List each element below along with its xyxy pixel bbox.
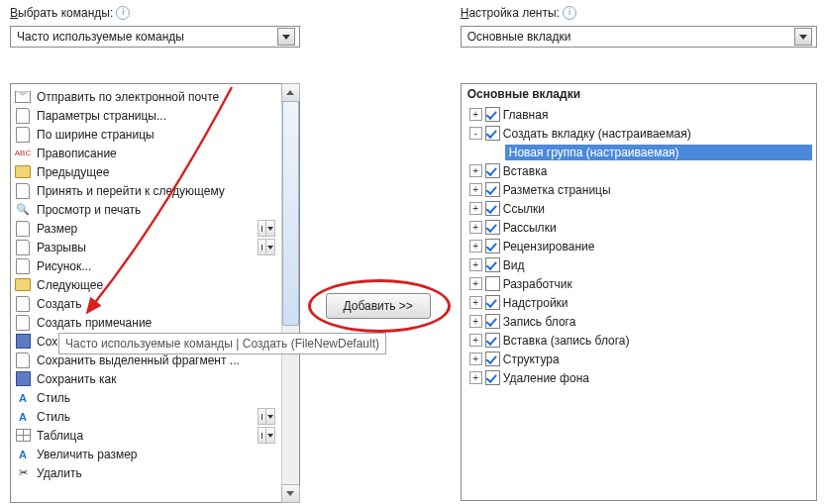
A-icon: A: [15, 390, 31, 406]
split-dropdown-icon[interactable]: I: [258, 220, 275, 237]
tree-item[interactable]: +Вид: [469, 255, 812, 274]
command-label: Увеличить размер: [37, 448, 138, 461]
command-item[interactable]: По ширине страницы: [11, 125, 281, 144]
tree-item[interactable]: +Запись блога: [469, 312, 812, 331]
tree-checkbox[interactable]: [485, 107, 500, 122]
command-item[interactable]: Сохранить как: [11, 369, 281, 388]
tree-item[interactable]: +Надстройки: [469, 293, 812, 312]
tree-checkbox[interactable]: [485, 239, 500, 253]
tree-item[interactable]: +Разработчик: [469, 274, 812, 293]
tree-item[interactable]: +Рецензирование: [469, 237, 812, 255]
expander-icon[interactable]: +: [469, 164, 482, 177]
del-icon: ✂: [15, 465, 31, 481]
expander-icon[interactable]: +: [469, 296, 482, 309]
expander-icon[interactable]: +: [469, 315, 482, 328]
command-item[interactable]: ✂Удалить: [11, 463, 281, 482]
expander-icon[interactable]: +: [469, 353, 482, 365]
tree-checkbox[interactable]: [485, 314, 500, 329]
tree-checkbox[interactable]: [485, 295, 500, 310]
command-item[interactable]: ABCПравописание: [11, 144, 281, 162]
tree-item-label: Вставка (запись блога): [503, 334, 630, 348]
command-item[interactable]: Рисунок...: [11, 256, 281, 275]
command-item[interactable]: Следующее: [11, 275, 281, 294]
tree-checkbox[interactable]: [485, 163, 500, 178]
fold-icon: [15, 277, 31, 293]
expander-icon[interactable]: +: [469, 221, 482, 234]
split-dropdown-icon[interactable]: I: [258, 408, 275, 425]
tree-item[interactable]: +Ссылки: [469, 199, 812, 218]
split-dropdown-icon[interactable]: I: [258, 427, 275, 444]
commands-listbox[interactable]: Отправить по электронной почтеПараметры …: [10, 83, 300, 503]
tree-checkbox[interactable]: [485, 333, 500, 348]
tree-checkbox[interactable]: [485, 126, 500, 141]
chevron-down-icon[interactable]: [277, 28, 295, 46]
scroll-thumb[interactable]: [282, 101, 299, 326]
tree-item[interactable]: Новая группа (настраиваемая): [505, 143, 812, 161]
tooltip: Часто используемые команды | Создать (Fi…: [58, 333, 386, 354]
command-item[interactable]: Создать примечание: [11, 313, 281, 332]
tree-item-label: Вид: [503, 258, 525, 272]
command-label: Удалить: [37, 466, 82, 480]
command-item[interactable]: Отправить по электронной почте: [11, 87, 281, 106]
expander-icon[interactable]: +: [469, 371, 482, 384]
scroll-up-button[interactable]: [281, 83, 300, 102]
tree-checkbox[interactable]: [485, 276, 500, 291]
mail-icon: [15, 89, 31, 105]
command-item[interactable]: AСтиль: [11, 388, 281, 407]
expander-icon[interactable]: +: [469, 277, 482, 290]
customize-ribbon-combo[interactable]: Основные вкладки: [461, 26, 817, 48]
tree-checkbox[interactable]: [485, 352, 500, 366]
chevron-down-icon[interactable]: [794, 28, 812, 46]
scrollbar[interactable]: [281, 84, 299, 502]
command-item[interactable]: AСтильI: [11, 407, 281, 426]
tree-checkbox[interactable]: [485, 182, 500, 197]
command-label: По ширине страницы: [37, 128, 155, 142]
tree-checkbox[interactable]: [485, 220, 500, 235]
command-item[interactable]: РазрывыI: [11, 238, 281, 256]
command-label: Сохранить выделенный фрагмент ...: [37, 353, 240, 367]
expander-icon[interactable]: +: [469, 202, 482, 215]
tree-checkbox[interactable]: [485, 370, 500, 385]
command-label: Отправить по электронной почте: [37, 90, 219, 104]
expander-icon[interactable]: +: [469, 334, 482, 347]
ribbon-tree[interactable]: Основные вкладки +Главная-Создать вкладк…: [461, 83, 817, 501]
tree-item-label: Структура: [503, 353, 560, 366]
command-item[interactable]: Принять и перейти к следующему: [11, 181, 281, 200]
command-item[interactable]: 🔍Просмотр и печать: [11, 200, 281, 219]
tree-item-label: Разметка страницы: [503, 183, 611, 197]
tree-item[interactable]: +Рассылки: [469, 218, 812, 237]
brk-icon: [15, 240, 31, 255]
tree-item[interactable]: -Создать вкладку (настраиваемая): [469, 124, 812, 143]
info-icon: i: [563, 6, 576, 20]
command-item[interactable]: Параметры страницы...: [11, 106, 281, 125]
split-dropdown-icon[interactable]: I: [258, 239, 275, 255]
command-item[interactable]: Создать: [11, 294, 281, 313]
tree-item[interactable]: +Разметка страницы: [469, 180, 812, 199]
tree-item-label: Рецензирование: [503, 240, 595, 253]
command-item[interactable]: РазмерI: [11, 219, 281, 238]
command-item[interactable]: AУвеличить размер: [11, 445, 281, 463]
expander-icon[interactable]: +: [469, 258, 482, 271]
choose-commands-combo[interactable]: Часто используемые команды: [10, 26, 300, 48]
command-label: Параметры страницы...: [37, 109, 166, 123]
tree-item[interactable]: +Структура: [469, 350, 812, 368]
tree-item-label: Рассылки: [503, 221, 557, 235]
tree-item[interactable]: +Главная: [469, 105, 812, 124]
tree-checkbox[interactable]: [485, 257, 500, 272]
add-button[interactable]: Добавить >>: [326, 293, 431, 319]
tree-item[interactable]: +Вставка: [469, 161, 812, 180]
command-item[interactable]: ТаблицаI: [11, 426, 281, 445]
tree-item-label: Ссылки: [503, 202, 545, 216]
command-label: Принять и перейти к следующему: [37, 184, 225, 198]
command-item[interactable]: Предыдущее: [11, 162, 281, 181]
expander-icon[interactable]: +: [469, 183, 482, 196]
expander-icon[interactable]: +: [469, 240, 482, 252]
tree-item[interactable]: +Удаление фона: [469, 368, 812, 387]
expander-icon[interactable]: -: [469, 127, 482, 140]
tree-checkbox[interactable]: [485, 201, 500, 216]
tree-item[interactable]: +Вставка (запись блога): [469, 331, 812, 350]
command-label: Таблица: [37, 429, 83, 443]
scroll-down-button[interactable]: [281, 484, 300, 503]
page-icon: [15, 296, 31, 312]
expander-icon[interactable]: +: [469, 108, 482, 121]
